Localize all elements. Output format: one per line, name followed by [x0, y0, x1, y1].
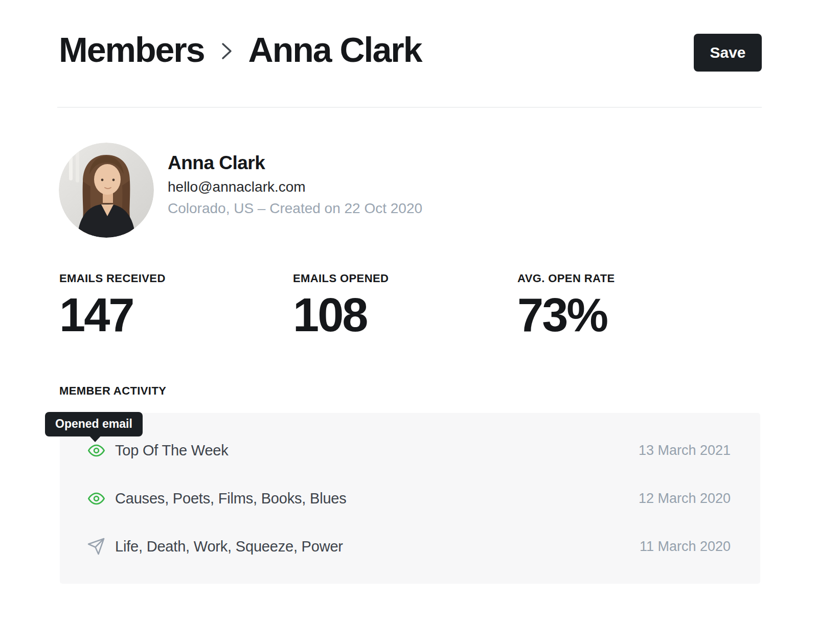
stat-label: EMAILS RECEIVED: [59, 272, 166, 285]
activity-row[interactable]: Top Of The Week 13 March 2021: [86, 426, 731, 474]
member-activity-heading: MEMBER ACTIVITY: [59, 384, 166, 398]
stats-row: EMAILS RECEIVED 147 EMAILS OPENED 108 AV…: [59, 272, 762, 343]
activity-title: Life, Death, Work, Squeeze, Power: [115, 538, 343, 555]
profile-summary: Anna Clark hello@annaclark.com Colorado,…: [168, 151, 422, 219]
chevron-right-icon: [219, 35, 234, 64]
member-detail-page: Members Anna Clark Save: [0, 0, 818, 644]
page-title: Anna Clark: [248, 30, 422, 70]
member-email: hello@annaclark.com: [168, 177, 422, 197]
stat-avg-open-rate: AVG. OPEN RATE 73%: [517, 272, 615, 339]
member-activity-panel: Top Of The Week 13 March 2021 Causes, Po…: [60, 413, 760, 584]
activity-title: Top Of The Week: [115, 442, 229, 459]
member-name: Anna Clark: [168, 151, 422, 175]
stat-label: EMAILS OPENED: [293, 272, 389, 285]
eye-icon: [86, 490, 106, 507]
stat-emails-opened: EMAILS OPENED 108: [293, 272, 389, 339]
stat-label: AVG. OPEN RATE: [517, 272, 615, 285]
tooltip-label: Opened email: [45, 412, 143, 436]
stat-value: 73%: [517, 290, 615, 339]
avatar[interactable]: [59, 143, 154, 238]
tooltip: Opened email: [45, 412, 143, 436]
eye-icon: [86, 442, 106, 459]
send-icon: [86, 537, 106, 556]
header-divider: [57, 107, 762, 108]
activity-date: 13 March 2021: [639, 443, 731, 458]
activity-row[interactable]: Life, Death, Work, Squeeze, Power 11 Mar…: [86, 522, 731, 570]
save-button[interactable]: Save: [694, 34, 762, 72]
stat-value: 108: [293, 290, 389, 339]
stat-emails-received: EMAILS RECEIVED 147: [59, 272, 166, 339]
activity-date: 12 March 2020: [639, 491, 731, 507]
breadcrumb-members-link[interactable]: Members: [59, 30, 204, 70]
breadcrumb: Members Anna Clark: [59, 30, 422, 70]
activity-title: Causes, Poets, Films, Books, Blues: [115, 490, 347, 507]
member-meta: Colorado, US – Created on 22 Oct 2020: [168, 198, 422, 219]
activity-date: 11 March 2020: [640, 539, 731, 555]
tooltip-arrow: [88, 435, 102, 442]
activity-row[interactable]: Causes, Poets, Films, Books, Blues 12 Ma…: [86, 474, 731, 522]
stat-value: 147: [59, 290, 166, 339]
